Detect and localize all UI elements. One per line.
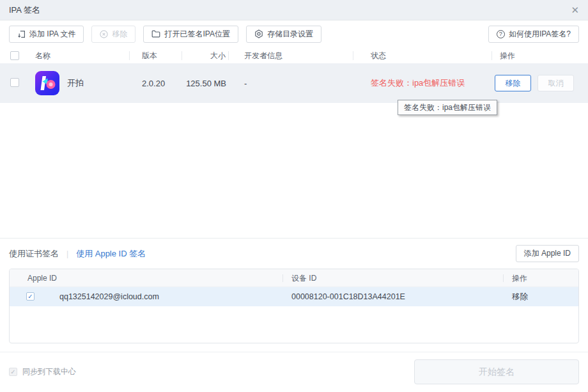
col-developer: 开发者信息 <box>229 51 353 60</box>
appleid-table-header: Apple ID 设备 ID 操作 <box>10 269 578 287</box>
col-name: 名称 <box>27 51 130 60</box>
how-to-use-button[interactable]: ? 如何使用IPA签名? <box>488 26 579 43</box>
header-separator <box>282 274 283 282</box>
tab-separator: | <box>66 249 68 258</box>
header-separator <box>503 274 504 282</box>
status-text: 签名失败：ipa包解压错误 <box>353 77 492 89</box>
folder-icon <box>151 30 160 38</box>
toolbar: 添加 IPA 文件 移除 打开已签名IPA位置 <box>0 20 588 47</box>
ipa-table-header: 名称 版本 大小 开发者信息 状态 操作 <box>0 47 588 63</box>
table-row[interactable]: 开拍 2.0.20 125.50 MB - 签名失败：ipa包解压错误 移除 取… <box>0 63 588 103</box>
app-size: 125.50 MB <box>182 79 229 88</box>
open-signed-label: 打开已签名IPA位置 <box>164 29 229 40</box>
footer-gap <box>0 343 588 352</box>
help-icon: ? <box>497 30 505 38</box>
appleid-table: Apple ID 设备 ID 操作 ✓ qq1325142029@icloud.… <box>9 269 579 343</box>
sign-tabs-row: 使用证书签名 | 使用 Apple ID 签名 添加 Apple ID <box>0 239 588 269</box>
titlebar: IPA 签名 ✕ <box>0 0 588 20</box>
deviceid-value: 00008120-001C18D13A44201E <box>291 287 405 306</box>
row-checkbox[interactable] <box>10 78 19 87</box>
appleid-remove-button[interactable]: 移除 <box>512 287 528 306</box>
col-size: 大小 <box>182 51 229 60</box>
window-title: IPA 签名 <box>9 4 40 16</box>
import-file-icon <box>17 30 26 38</box>
table-empty-area <box>0 103 588 238</box>
app-developer: - <box>229 79 353 88</box>
appleid-value: qq1325142029@icloud.com <box>59 287 159 306</box>
sync-checkbox[interactable]: ✓ <box>9 368 17 376</box>
app-name: 开拍 <box>67 77 84 89</box>
appleid-row[interactable]: ✓ qq1325142029@icloud.com 00008120-001C1… <box>10 287 578 306</box>
app-icon <box>35 71 59 95</box>
add-ipa-label: 添加 IPA 文件 <box>29 29 75 40</box>
remove-circle-icon <box>100 30 108 38</box>
col-status: 状态 <box>353 51 492 60</box>
remove-label: 移除 <box>112 29 127 40</box>
col-version: 版本 <box>130 51 182 60</box>
tab-certificate-sign[interactable]: 使用证书签名 <box>9 248 59 260</box>
sync-label: 同步到下载中心 <box>22 366 76 377</box>
row-remove-button[interactable]: 移除 <box>495 75 531 91</box>
col-appleid: Apple ID <box>27 269 57 287</box>
app-version: 2.0.20 <box>130 79 182 88</box>
start-sign-button[interactable]: 开始签名 <box>414 359 579 384</box>
remove-button[interactable]: 移除 <box>91 26 135 43</box>
storage-settings-button[interactable]: 存储目录设置 <box>246 26 321 43</box>
ipa-sign-window: IPA 签名 ✕ 添加 IPA 文件 移除 <box>0 0 588 392</box>
row-cancel-button[interactable]: 取消 <box>538 75 574 91</box>
close-icon[interactable]: ✕ <box>571 5 579 15</box>
tab-appleid-sign[interactable]: 使用 Apple ID 签名 <box>76 248 146 260</box>
col-appleid-actions: 操作 <box>512 269 527 287</box>
add-ipa-button[interactable]: 添加 IPA 文件 <box>9 26 84 43</box>
select-all-checkbox[interactable] <box>10 51 19 60</box>
footer: ✓ 同步到下载中心 开始签名 <box>0 352 588 391</box>
open-signed-location-button[interactable]: 打开已签名IPA位置 <box>143 26 238 43</box>
col-deviceid: 设备 ID <box>291 269 316 287</box>
add-appleid-button[interactable]: 添加 Apple ID <box>516 245 579 262</box>
how-to-use-label: 如何使用IPA签名? <box>509 29 571 40</box>
settings-nut-icon <box>254 29 263 38</box>
status-tooltip: 签名失败：ipa包解压错误 <box>398 100 497 115</box>
sync-option[interactable]: ✓ 同步到下载中心 <box>9 366 76 377</box>
appleid-checkbox[interactable]: ✓ <box>26 292 35 301</box>
col-actions: 操作 <box>492 51 588 60</box>
storage-settings-label: 存储目录设置 <box>267 29 313 40</box>
